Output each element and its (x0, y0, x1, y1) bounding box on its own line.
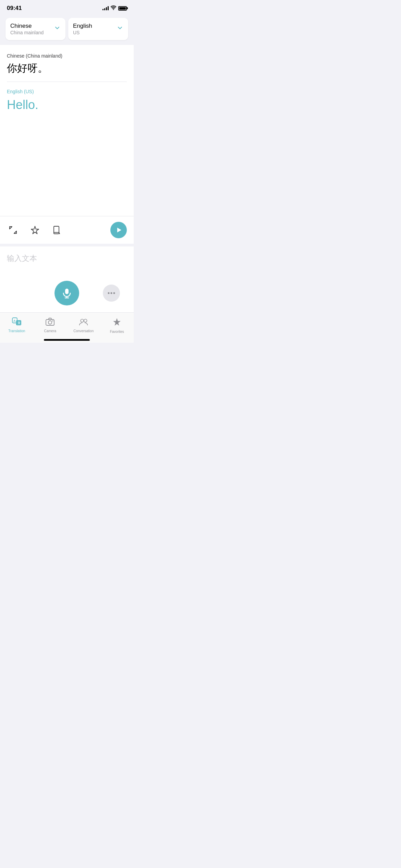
target-language-button[interactable]: English US (68, 18, 128, 40)
tab-translation[interactable]: A 文 Translation (0, 316, 34, 335)
tab-camera[interactable]: Camera (34, 316, 67, 335)
signal-icon (102, 6, 109, 10)
tab-camera-label: Camera (44, 329, 56, 333)
tab-favorites[interactable]: Favorites (100, 316, 134, 335)
translation-tab-icon: A 文 (12, 317, 22, 328)
svg-point-10 (48, 321, 52, 324)
conversation-tab-icon (79, 317, 88, 328)
tab-conversation-label: Conversation (73, 329, 94, 333)
camera-tab-icon (45, 317, 55, 328)
target-language-region: US (73, 30, 117, 35)
svg-point-12 (81, 319, 84, 322)
target-chevron-icon (117, 25, 123, 33)
dictionary-button[interactable] (51, 224, 63, 236)
target-language-name: English (73, 23, 117, 29)
text-input[interactable]: 输入文本 (7, 253, 127, 274)
tab-favorites-label: Favorites (110, 330, 124, 334)
status-bar: 09:41 (0, 0, 134, 14)
battery-icon (118, 6, 127, 11)
tab-conversation[interactable]: Conversation (67, 316, 100, 335)
content-spacer (7, 113, 127, 209)
input-section: 输入文本 (0, 244, 134, 312)
svg-point-11 (52, 320, 53, 321)
more-button[interactable] (103, 285, 120, 302)
wifi-icon (111, 5, 116, 11)
source-language-region: China mainland (10, 30, 54, 35)
svg-text:文: 文 (17, 321, 20, 325)
home-bar (44, 339, 90, 341)
expand-button[interactable] (7, 224, 19, 236)
home-indicator (0, 336, 134, 343)
target-text: Hello. (7, 97, 127, 113)
svg-point-13 (84, 319, 87, 322)
source-language-button[interactable]: Chinese China mainland (5, 18, 65, 40)
language-selector: Chinese China mainland English US (0, 14, 134, 45)
svg-point-2 (108, 292, 110, 294)
tab-bar: A 文 Translation Camera (0, 312, 134, 336)
action-bar (0, 216, 134, 244)
svg-point-3 (111, 292, 112, 294)
svg-rect-9 (46, 320, 54, 325)
source-language-name: Chinese (10, 23, 54, 29)
svg-rect-1 (65, 289, 69, 294)
svg-point-4 (113, 292, 115, 294)
play-button[interactable] (110, 222, 127, 238)
divider (7, 82, 127, 82)
favorites-tab-icon (112, 317, 121, 328)
mic-button[interactable] (54, 281, 79, 305)
status-icons (102, 5, 127, 11)
source-language-label: Chinese (China mainland) (7, 53, 127, 59)
tab-translation-label: Translation (8, 329, 25, 333)
input-controls (7, 274, 127, 309)
favorite-button[interactable] (29, 224, 41, 236)
translation-card: Chinese (China mainland) 你好呀。 English (U… (0, 45, 134, 216)
source-chevron-icon (54, 25, 61, 33)
target-language-label: English (US) (7, 89, 127, 94)
source-text: 你好呀。 (7, 61, 127, 75)
svg-text:A: A (13, 319, 16, 323)
status-time: 09:41 (7, 5, 22, 12)
action-icons (7, 224, 110, 236)
main-content: Chinese (China mainland) 你好呀。 English (U… (0, 45, 134, 312)
